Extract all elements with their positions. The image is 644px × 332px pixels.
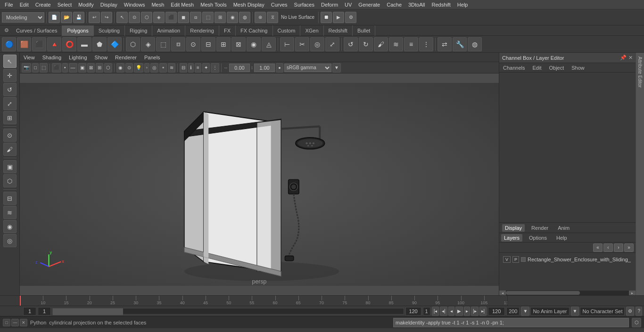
layer-tab-render[interactable]: Render <box>528 224 551 232</box>
shelf-icon-crease[interactable]: ⊢ <box>280 37 294 51</box>
select-tool[interactable]: ↖ <box>3 55 17 68</box>
vp-gamma-select[interactable]: sRGB gamma Linear <box>284 64 331 72</box>
shelf-tab-curves-surfaces[interactable]: Curves / Surfaces <box>11 25 62 36</box>
channelbox-tab-show[interactable]: Show <box>570 64 586 72</box>
shelf-icon-bevel[interactable]: ◈ <box>141 37 155 51</box>
bool-btn[interactable]: ◍ <box>239 12 250 23</box>
vp-wireframe-btn[interactable]: ⬡ <box>104 63 112 73</box>
menu-file[interactable]: File <box>2 1 16 8</box>
vp-crease-btn[interactable]: ⋮ <box>211 63 219 73</box>
menu-generate[interactable]: Generate <box>355 1 383 8</box>
frame-start-input[interactable] <box>23 307 36 316</box>
menu-help[interactable]: Help <box>454 1 471 8</box>
layer-arrow-next[interactable]: › <box>614 243 623 252</box>
menu-3dtoll[interactable]: 3DtoAll <box>405 1 428 8</box>
hide-tool[interactable]: ◎ <box>3 234 17 247</box>
layer-p-toggle[interactable]: P <box>512 256 519 263</box>
layer-arrow-next-next[interactable]: » <box>624 243 634 252</box>
vp-shade-btn[interactable]: ◉ <box>116 63 124 73</box>
marquee-tool[interactable]: ▣ <box>3 160 17 173</box>
vp-iso-line-btn[interactable]: ≡ <box>195 63 201 73</box>
vp-sel-vert-btn[interactable]: • <box>62 63 68 73</box>
snap-btn[interactable]: ◈ <box>153 12 165 23</box>
sym-btn[interactable]: ⧖ <box>267 12 278 23</box>
shelf-tab-sculpting[interactable]: Sculpting <box>94 25 125 36</box>
vp-camera-btn[interactable]: 📷 <box>22 63 31 73</box>
shelf-icon-cylinder[interactable]: ⬛ <box>32 37 46 51</box>
shelf-icon-harden[interactable]: ≡ <box>404 37 418 51</box>
vp-menu-view[interactable]: View <box>22 55 37 60</box>
scale-tool[interactable]: ⤢ <box>3 97 17 110</box>
menu-modify[interactable]: Modify <box>75 1 96 8</box>
vp-grid-btn[interactable]: ⊟ <box>180 63 187 73</box>
shelf-icon-boolean[interactable]: ◍ <box>468 37 482 51</box>
shelf-icon-prism[interactable]: 🔷 <box>107 37 122 51</box>
shelf-icon-separate[interactable]: ⊠ <box>231 37 246 51</box>
shelf-tab-rigging[interactable]: Rigging <box>125 25 152 36</box>
shelf-icon-fill-hole[interactable]: ⊙ <box>186 37 200 51</box>
status-settings-btn[interactable]: ⚙ <box>626 307 634 316</box>
vp-shadow-btn[interactable]: ▫ <box>144 63 150 73</box>
play-prev-key-btn[interactable]: ◂| <box>440 307 447 316</box>
layer-subtab-layers[interactable]: Layers <box>501 234 522 242</box>
play-fwd-btn[interactable]: ▶ <box>455 307 463 316</box>
rotate-tool[interactable]: ↺ <box>3 83 17 96</box>
layer-tab-display[interactable]: Display <box>502 224 525 232</box>
channelbox-pin-btn[interactable]: 📌 <box>620 55 627 61</box>
frame-end-input[interactable] <box>405 307 421 316</box>
shelf-icon-plane[interactable]: ▬ <box>77 37 91 51</box>
vp-light-btn[interactable]: 💡 <box>134 63 143 73</box>
shelf-tab-fx[interactable]: FX <box>219 25 236 36</box>
menu-mesh-tools[interactable]: Mesh Tools <box>198 1 229 8</box>
python-close-btn[interactable]: ✕ <box>20 319 27 326</box>
layer-arrow-prev[interactable]: ‹ <box>603 243 613 252</box>
hscroll-right-btn[interactable]: ▸ <box>629 291 636 295</box>
vp-depth-btn[interactable]: ≋ <box>168 63 175 73</box>
paint-select-tool[interactable]: 🖌 <box>3 143 17 156</box>
vp-gamma-arrow-btn[interactable]: ▼ <box>332 63 341 73</box>
menu-mesh-display[interactable]: Mesh Display <box>231 1 267 8</box>
shelf-tab-xgen[interactable]: XGen <box>300 25 323 36</box>
extrude-btn[interactable]: ⬛ <box>165 12 177 23</box>
menu-display[interactable]: Display <box>98 1 120 8</box>
shelf-tab-rendering[interactable]: Rendering <box>185 25 219 36</box>
shelf-tab-polygons[interactable]: Polygons <box>62 25 93 36</box>
menu-curves[interactable]: Curves <box>268 1 290 8</box>
transform-tool[interactable]: ⊞ <box>3 111 17 124</box>
vp-menu-renderer[interactable]: Renderer <box>113 55 139 60</box>
lasso-btn[interactable]: ⊙ <box>129 12 140 23</box>
play-prev-btn[interactable]: ◂ <box>448 307 454 316</box>
vp-xray-btn[interactable]: ⊙ <box>125 63 133 73</box>
timeline-range-bar[interactable] <box>52 308 404 315</box>
play-next-key-btn[interactable]: |▸ <box>471 307 479 316</box>
shelf-icon-triangulate[interactable]: ◬ <box>262 37 276 51</box>
shelf-icon-soften[interactable]: ≋ <box>389 37 403 51</box>
vp-ao-btn[interactable]: ◎ <box>150 63 158 73</box>
menu-cache[interactable]: Cache <box>384 1 405 8</box>
shelf-icon-cleanup[interactable]: 🔧 <box>453 37 467 51</box>
vp-filmgate-btn[interactable]: □ <box>32 63 39 73</box>
vp-colorspace-btn[interactable]: ● <box>276 63 283 73</box>
status-help-btn[interactable]: ? <box>636 307 642 316</box>
anim-layer-arrow-btn[interactable]: ▼ <box>521 307 529 316</box>
vp-sel-face-btn[interactable]: ▣ <box>78 63 86 73</box>
layer-item-shower[interactable]: V P Rectangle_Shower_Enclosure_with_Slid… <box>501 255 634 264</box>
cmd-input-field[interactable] <box>393 318 629 327</box>
vp-aa-btn[interactable]: ⚬ <box>159 63 167 73</box>
shelf-icon-cut[interactable]: ✂ <box>295 37 309 51</box>
shelf-settings-btn[interactable]: ⚙ <box>2 26 11 35</box>
play-end-btn[interactable]: ▸| <box>479 307 487 316</box>
combine-btn[interactable]: ⬚ <box>202 12 214 23</box>
shelf-tab-animation[interactable]: Animation <box>152 25 185 36</box>
vp-offset-x-input[interactable] <box>229 64 250 72</box>
vp-menu-shading[interactable]: Shading <box>41 55 63 60</box>
lasso-tool[interactable]: ⬡ <box>3 174 17 187</box>
shelf-icon-bridge[interactable]: ⧈ <box>171 37 185 51</box>
vp-menu-panels[interactable]: Panels <box>142 55 162 60</box>
vp-sel-edge-btn[interactable]: — <box>69 63 77 73</box>
menu-uv[interactable]: UV <box>342 1 355 8</box>
channelbox-tab-object[interactable]: Object <box>547 64 566 72</box>
ipr-btn[interactable]: ▶ <box>333 12 344 23</box>
python-window-btn[interactable]: □ <box>3 319 10 326</box>
new-file-btn[interactable]: 📄 <box>49 12 60 23</box>
